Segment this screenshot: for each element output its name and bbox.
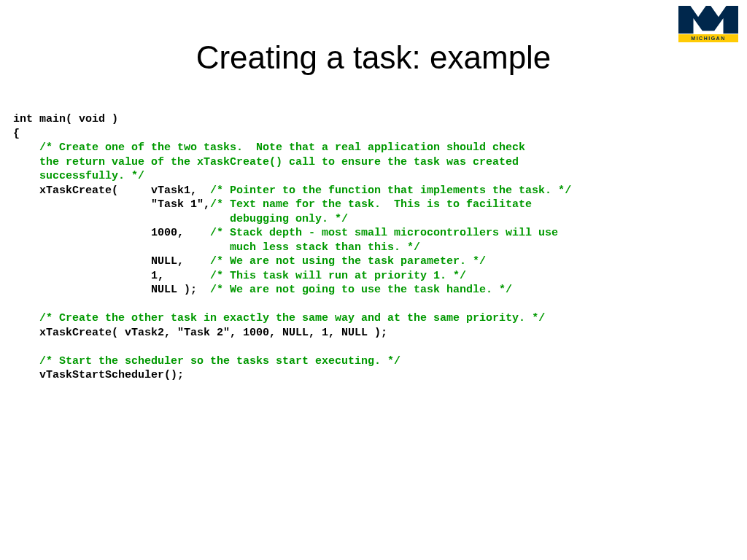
code-comment: /* Create the other task in exactly the … <box>39 312 545 324</box>
logo-band-text: MICHIGAN <box>678 34 738 42</box>
code-comment: debugging only. */ <box>13 213 348 225</box>
code-line: NULL ); <box>13 284 210 296</box>
code-comment: /* Create one of the two tasks. Note tha… <box>39 141 525 154</box>
code-line: "Task 1", <box>13 198 210 211</box>
code-indent <box>13 355 39 368</box>
code-comment: much less stack than this. */ <box>13 241 420 254</box>
code-comment: /* Stack depth - most small microcontrol… <box>210 227 558 239</box>
code-line: vTaskStartScheduler(); <box>13 369 184 381</box>
code-line: xTaskCreate( vTask1, <box>13 184 210 197</box>
code-comment: /* Start the scheduler so the tasks star… <box>39 355 400 368</box>
code-indent <box>13 141 39 154</box>
code-example: int main( void ) { /* Create one of the … <box>0 112 747 383</box>
logo-m-icon <box>678 6 738 34</box>
code-comment: /* We are not using the task parameter. … <box>210 255 486 268</box>
code-line: { <box>13 128 20 140</box>
code-comment: successfully. */ <box>13 170 144 182</box>
code-comment: /* We are not going to use the task hand… <box>210 284 512 296</box>
code-comment: /* Pointer to the function that implemen… <box>210 184 571 197</box>
code-comment: the return value of the xTaskCreate() ca… <box>13 156 519 168</box>
code-line: 1, <box>13 270 210 282</box>
michigan-logo: MICHIGAN <box>678 6 738 42</box>
code-line: int main( void ) <box>13 113 118 125</box>
code-line: xTaskCreate( vTask2, "Task 2", 1000, NUL… <box>13 327 387 339</box>
code-line: NULL, <box>13 255 210 268</box>
code-line: 1000, <box>13 227 210 239</box>
code-comment: /* Text name for the task. This is to fa… <box>210 198 532 211</box>
code-indent <box>13 312 39 324</box>
slide-title: Creating a task: example <box>0 39 747 76</box>
code-comment: /* This task will run at priority 1. */ <box>210 270 466 282</box>
